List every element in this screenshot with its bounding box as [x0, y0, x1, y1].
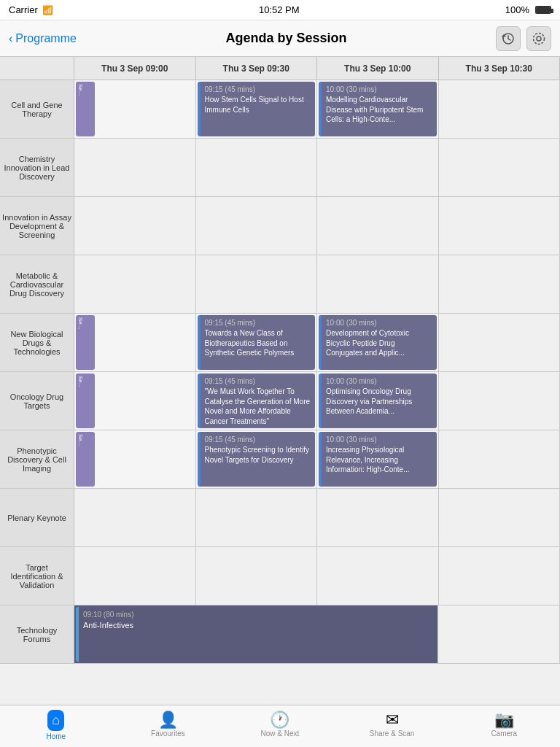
tab-share-scan[interactable]: ✉ Share & Scan	[336, 712, 448, 738]
mini-card-onco-col1[interactable]: Se...	[76, 374, 95, 428]
tab-home-label: Home	[46, 732, 66, 740]
row-label-assay: Innovation in Assay Development & Screen…	[0, 197, 74, 255]
cell-meta-col3	[317, 255, 439, 313]
tab-camera[interactable]: 📷 Camera	[448, 712, 560, 738]
cell-assay-col1	[74, 197, 196, 255]
history-button[interactable]	[496, 26, 521, 51]
row-label-new-bio: New Biological Drugs & Technologies	[0, 314, 74, 372]
session-card-phen-0915[interactable]: 09:15 (45 mins) Phenotypic Screening to …	[198, 432, 316, 487]
col-header-2: Thu 3 Sep 09:30	[196, 57, 318, 80]
session-card-phen-1000[interactable]: 10:00 (30 mins) Increasing Physiological…	[319, 432, 437, 487]
tab-now-next-label: Now & Next	[261, 729, 300, 738]
session-card-bio-0915[interactable]: 09:15 (45 mins) Towards a New Class of B…	[198, 315, 316, 370]
cell-chem-col1	[74, 139, 196, 196]
cell-onco-col4	[439, 372, 561, 430]
col-header-3: Thu 3 Sep 10:00	[317, 57, 439, 80]
tab-share-scan-label: Share & Scan	[370, 729, 415, 738]
tab-camera-label: Camera	[491, 729, 517, 738]
schedule-grid: Cell and Gene Therapy Se... 09:15 (45 mi…	[0, 80, 560, 705]
cell-tid-col1	[74, 547, 196, 605]
row-oncology: Oncology Drug Targets Se... 09:15 (45 mi…	[0, 372, 560, 430]
cell-gene-col1: Se...	[74, 80, 196, 138]
row-cell-gene-therapy: Cell and Gene Therapy Se... 09:15 (45 mi…	[0, 80, 560, 139]
cell-onco-col3: 10:00 (30 mins) Optimising Oncology Drug…	[317, 372, 439, 430]
cell-plen-col4	[439, 489, 561, 546]
cell-assay-col4	[439, 197, 561, 255]
cell-tid-col3	[317, 547, 439, 605]
cell-gene-col2: 09:15 (45 mins) How Stem Cells Signal to…	[196, 80, 318, 138]
session-card-gene-0915[interactable]: 09:15 (45 mins) How Stem Cells Signal to…	[198, 82, 316, 136]
svg-point-1	[537, 36, 541, 41]
cell-meta-col4	[439, 255, 561, 313]
cell-phen-col1: Se...	[74, 430, 196, 488]
row-label-oncology: Oncology Drug Targets	[0, 372, 74, 430]
tab-favourites[interactable]: 👤 Favourites	[112, 712, 225, 738]
tab-favourites-label: Favourites	[151, 729, 185, 738]
row-new-bio: New Biological Drugs & Technologies Se..…	[0, 314, 560, 372]
tab-home[interactable]: ⌂ Home	[0, 710, 112, 740]
tab-bar: ⌂ Home 👤 Favourites 🕐 Now & Next ✉ Share…	[0, 705, 560, 747]
page-title: Agenda by Session	[225, 31, 346, 46]
row-tech-forums: Technology Forums 09:10 (80 mins) Anti-I…	[0, 605, 560, 664]
status-left: Carrier 📶	[9, 4, 53, 15]
tab-now-next[interactable]: 🕐 Now & Next	[224, 712, 336, 738]
cell-assay-col3	[317, 197, 439, 255]
cell-onco-col1: Se...	[74, 372, 196, 430]
cell-meta-col1	[74, 255, 196, 313]
cell-phen-col4	[439, 430, 561, 488]
row-assay: Innovation in Assay Development & Screen…	[0, 197, 560, 255]
cell-plen-col3	[317, 489, 439, 546]
row-target-id: Target Identification & Validation	[0, 547, 560, 605]
row-label-metabolic: Metabolic & Cardiovascular Drug Discover…	[0, 255, 74, 314]
cell-phen-col2: 09:15 (45 mins) Phenotypic Screening to …	[196, 430, 318, 488]
svg-point-2	[533, 33, 544, 44]
row-chemistry: Chemistry Innovation in Lead Discovery	[0, 139, 560, 197]
timeline-wrapper: Thu 3 Sep 09:00 Thu 3 Sep 09:30 Thu 3 Se…	[0, 57, 560, 705]
now-next-icon: 🕐	[270, 712, 289, 728]
row-label-target-id: Target Identification & Validation	[0, 547, 74, 605]
cell-assay-col2	[196, 197, 318, 255]
row-label-cell-gene-therapy: Cell and Gene Therapy	[0, 80, 74, 139]
back-label: Programme	[15, 32, 77, 45]
col-header-4: Thu 3 Sep 10:30	[439, 57, 561, 80]
home-icon: ⌂	[47, 710, 64, 731]
cell-chem-col2	[196, 139, 318, 196]
session-card-onco-1000[interactable]: 10:00 (30 mins) Optimising Oncology Drug…	[319, 374, 437, 428]
cell-gene-col3: 10:00 (30 mins) Modelling Cardiovascular…	[317, 80, 439, 138]
session-card-gene-1000[interactable]: 10:00 (30 mins) Modelling Cardiovascular…	[319, 82, 437, 136]
back-button[interactable]: ‹ Programme	[9, 32, 77, 45]
column-headers: Thu 3 Sep 09:00 Thu 3 Sep 09:30 Thu 3 Se…	[0, 57, 560, 80]
cell-plen-col2	[196, 489, 318, 546]
back-chevron-icon: ‹	[9, 32, 12, 45]
session-card-tech-anti-infectives[interactable]: 09:10 (80 mins) Anti-Infectives	[76, 607, 436, 662]
cell-phen-col3: 10:00 (30 mins) Increasing Physiological…	[317, 430, 439, 488]
favourites-icon: 👤	[158, 712, 178, 728]
share-scan-icon: ✉	[386, 712, 399, 728]
cell-chem-col4	[439, 139, 561, 196]
mini-card-phen-col1[interactable]: Se...	[76, 432, 95, 487]
mini-card-gene-col1[interactable]: Se...	[76, 82, 95, 136]
battery-icon	[535, 6, 551, 14]
cell-onco-col2: 09:15 (45 mins) "We Must Work Together T…	[196, 372, 318, 430]
session-card-bio-1000[interactable]: 10:00 (30 mins) Development of Cytotoxic…	[319, 315, 437, 370]
row-phenotypic: Phenotypic Discovery & Cell Imaging Se..…	[0, 430, 560, 489]
wifi-icon: 📶	[42, 5, 53, 15]
row-label-tech-forums: Technology Forums	[0, 605, 74, 664]
settings-button[interactable]	[526, 26, 551, 51]
nav-bar: ‹ Programme Agenda by Session	[0, 20, 560, 57]
cell-tech-span: 09:10 (80 mins) Anti-Infectives	[74, 605, 438, 663]
cell-bio-col2: 09:15 (45 mins) Towards a New Class of B…	[196, 314, 318, 371]
cell-meta-col2	[196, 255, 318, 313]
cell-bio-col3: 10:00 (30 mins) Development of Cytotoxic…	[317, 314, 439, 371]
row-label-plenary: Plenary Keynote	[0, 489, 74, 547]
cell-gene-col4	[439, 80, 561, 138]
mini-card-bio-col1[interactable]: Se...	[76, 315, 95, 370]
cell-plen-col1	[74, 489, 196, 546]
nav-icons	[496, 26, 551, 51]
cell-tid-col2	[196, 547, 318, 605]
bottom-spacer	[0, 664, 560, 705]
header-spacer	[0, 57, 74, 80]
status-bar: Carrier 📶 10:52 PM 100%	[0, 0, 560, 20]
session-card-onco-0915[interactable]: 09:15 (45 mins) "We Must Work Together T…	[198, 374, 316, 428]
col-header-1: Thu 3 Sep 09:00	[74, 57, 196, 80]
